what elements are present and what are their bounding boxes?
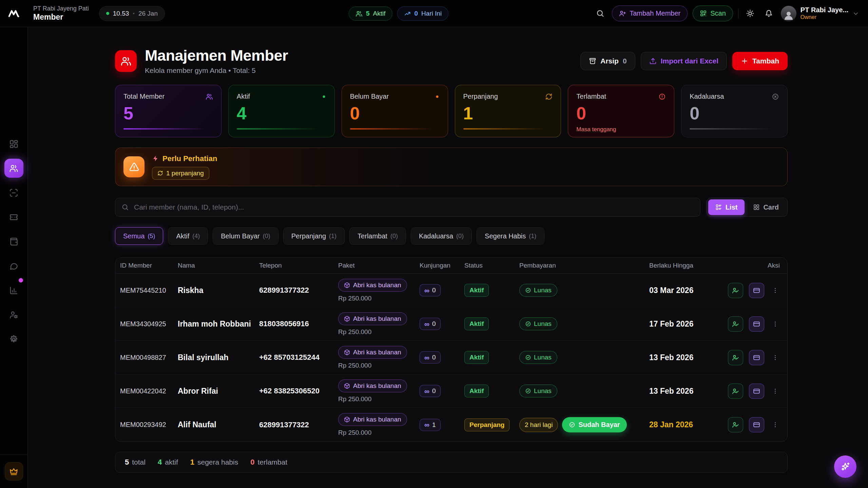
checkin-button[interactable] <box>728 417 743 432</box>
row-menu-button[interactable] <box>770 350 780 365</box>
search-row: List Card <box>115 198 788 217</box>
member-name: Irham moh Robbani <box>173 319 254 329</box>
stat-head: Total Member <box>123 93 213 100</box>
checkin-button[interactable] <box>728 350 743 365</box>
filter-tab-semua[interactable]: Semua(5) <box>115 227 163 245</box>
table-row[interactable]: MEM00498827Bilal syirullah+62 8570312524… <box>115 341 787 374</box>
import-excel-button[interactable]: Import dari Excel <box>641 52 727 70</box>
filter-count: (5) <box>148 233 155 240</box>
user-menu[interactable]: PT Rabi Jaye... Owner <box>781 6 859 21</box>
filter-tab-aktif[interactable]: Aktif(4) <box>168 227 208 245</box>
sidebar-item-members[interactable] <box>4 159 23 178</box>
sidebar-item-settings[interactable] <box>4 330 23 349</box>
checkin-button[interactable] <box>728 384 743 399</box>
stat-card-kadaluarsa[interactable]: Kadaluarsa0 <box>681 85 788 137</box>
add-member-button[interactable]: Tambah Member <box>612 5 688 21</box>
view-card-button[interactable]: Card <box>746 199 786 215</box>
scan-button[interactable]: Scan <box>693 5 733 21</box>
member-status: Aktif <box>460 351 515 364</box>
bullet-separator: • <box>133 11 135 17</box>
wallet-icon <box>9 237 18 246</box>
zap-icon <box>152 155 159 162</box>
row-menu-button[interactable] <box>770 417 780 432</box>
checkin-button[interactable] <box>728 316 743 332</box>
archive-button[interactable]: Arsip 0 <box>580 52 635 70</box>
table-row[interactable]: MEM75445210Riskha628991377322Abri kas bu… <box>115 274 787 307</box>
stat-card-perpanjang[interactable]: Perpanjang1 <box>455 85 561 137</box>
renewal-chip[interactable]: 1 perpanjang <box>152 167 209 180</box>
user-role: Owner <box>801 14 848 20</box>
row-actions <box>726 350 787 365</box>
stat-card-belum-bayar[interactable]: Belum Bayar0 <box>342 85 448 137</box>
member-id: MEM00422042 <box>115 387 173 395</box>
package-label: Abri kas bulanan <box>353 349 401 356</box>
payment-label: Lunas <box>534 387 552 395</box>
stat-value: 1 <box>463 104 553 122</box>
member-card-button[interactable] <box>749 283 764 298</box>
table-row[interactable]: MEM00293492Alif Naufal628991377322Abri k… <box>115 408 787 442</box>
member-card-button[interactable] <box>749 417 764 432</box>
column-header: Kunjungan <box>415 262 460 269</box>
filter-tab-belum-bayar[interactable]: Belum Bayar(0) <box>213 227 278 245</box>
divider <box>738 8 738 19</box>
table-row[interactable]: MEM00422042Abror Rifai+62 83825306520Abr… <box>115 374 787 408</box>
main-area: Manajemen Member Kelola member gym Anda … <box>28 27 868 488</box>
row-actions <box>726 417 787 432</box>
row-menu-button[interactable] <box>770 283 780 298</box>
user-meta: PT Rabi Jaye... Owner <box>801 6 848 20</box>
dashboard-icon <box>9 139 18 149</box>
payment-status-badge: Lunas <box>519 385 557 397</box>
sidebar-item-scan[interactable] <box>4 183 23 202</box>
filter-tab-terlambat[interactable]: Terlambat(0) <box>349 227 406 245</box>
stat-card-aktif[interactable]: Aktif4 <box>228 85 335 137</box>
summary-label: segera habis <box>197 458 238 466</box>
view-list-button[interactable]: List <box>708 199 745 215</box>
filter-tab-perpanjang[interactable]: Perpanjang(1) <box>283 227 345 245</box>
member-card-button[interactable] <box>749 384 764 399</box>
member-visits: ∞1 <box>415 419 460 431</box>
payment-label: Lunas <box>534 287 552 294</box>
member-name: Abror Rifai <box>173 387 254 396</box>
checkin-button[interactable] <box>728 283 743 298</box>
search-button[interactable] <box>593 7 607 20</box>
member-search-input[interactable] <box>133 203 694 212</box>
filter-tab-kadaluarsa[interactable]: Kadaluarsa(0) <box>411 227 472 245</box>
users-icon <box>355 10 363 17</box>
qr-code-icon <box>700 10 707 17</box>
upload-icon <box>649 57 657 65</box>
package-icon <box>344 383 350 389</box>
trending-up-icon <box>404 10 411 17</box>
payment-label: Lunas <box>534 320 552 328</box>
sidebar-item-finance[interactable] <box>4 232 23 251</box>
member-card-button[interactable] <box>749 316 764 332</box>
stat-card-terlambat[interactable]: Terlambat0Masa tenggang <box>568 85 674 137</box>
payment-status-badge: Lunas <box>519 351 557 364</box>
add-button[interactable]: Tambah <box>732 52 788 70</box>
stat-card-total-member[interactable]: Total Member5 <box>115 85 221 137</box>
assistant-fab[interactable] <box>834 455 856 478</box>
table-row[interactable]: MEM34304925Irham moh Robbani818038056916… <box>115 307 787 341</box>
filter-label: Belum Bayar <box>221 232 260 240</box>
infinity-icon: ∞ <box>424 287 429 294</box>
row-menu-button[interactable] <box>770 316 780 332</box>
package-icon <box>344 282 350 288</box>
sidebar-item-chat[interactable] <box>4 256 23 275</box>
sidebar-item-premium[interactable] <box>5 462 23 481</box>
package-badge: Abri kas bulanan <box>338 279 407 292</box>
package-price: Rp 250.000 <box>338 328 415 336</box>
more-vertical-icon <box>772 354 779 361</box>
theme-toggle-button[interactable] <box>744 7 757 20</box>
mark-paid-button[interactable]: Sudah Bayar <box>562 417 626 432</box>
sidebar-item-reports[interactable] <box>4 281 23 300</box>
sidebar-item-membership[interactable] <box>4 208 23 227</box>
page-title-block: Manajemen Member Kelola member gym Anda … <box>145 47 288 75</box>
filter-tab-segera-habis[interactable]: Segera Habis(1) <box>477 227 544 245</box>
sidebar-item-staff[interactable] <box>4 305 23 324</box>
app-logo[interactable] <box>0 0 28 27</box>
notifications-button[interactable] <box>762 7 776 20</box>
member-card-button[interactable] <box>749 350 764 365</box>
row-menu-button[interactable] <box>770 384 780 399</box>
user-check-icon <box>732 354 739 361</box>
visits-badge: ∞0 <box>420 351 441 364</box>
sidebar-item-dashboard[interactable] <box>4 134 23 153</box>
